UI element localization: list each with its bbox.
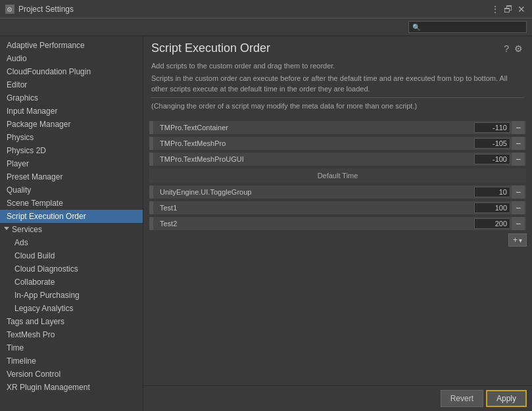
remove-test1-button[interactable]: −: [512, 201, 525, 214]
drag-handle-test2[interactable]: [149, 217, 153, 230]
svg-text:⚙: ⚙: [7, 6, 12, 13]
info-divider: [151, 97, 524, 98]
drag-handle-tmpro-textcontainer[interactable]: [149, 121, 153, 134]
sidebar-item-services-label: Services: [12, 225, 42, 234]
script-name-tmpro-textmeshpro: TMPro.TextMeshPro: [156, 139, 474, 147]
script-value-tmpro-textmeshpro[interactable]: [474, 138, 510, 149]
script-row-test1: Test1 −: [149, 201, 527, 215]
script-value-tmpro-textcontainer[interactable]: [474, 122, 510, 133]
remove-tmpro-textmeshpro-button[interactable]: −: [512, 137, 525, 150]
sidebar-item-timeline[interactable]: Timeline: [0, 354, 143, 368]
add-icon: +: [513, 235, 518, 245]
title-bar-title: Project Settings: [18, 5, 74, 14]
panel-footer: Revert Apply: [143, 385, 532, 411]
remove-test2-button[interactable]: −: [512, 217, 525, 230]
sidebar-item-cloudfoundation[interactable]: CloudFoundation Plugin: [0, 65, 143, 78]
close-button[interactable]: ✕: [516, 4, 527, 14]
script-row-tmpro-textcontainer: TMPro.TextContainer −: [149, 120, 527, 135]
sidebar-item-input-manager[interactable]: Input Manager: [0, 105, 143, 118]
default-time-label: Default Time: [318, 172, 358, 180]
script-value-test1[interactable]: [474, 203, 510, 213]
search-icon: 🔍: [412, 24, 420, 31]
script-value-test2[interactable]: [474, 218, 510, 229]
sidebar-item-collaborate[interactable]: Collaborate: [0, 276, 143, 289]
panel-header: Script Execution Order ? ⚙: [143, 36, 532, 58]
sidebar-item-cloud-diagnostics[interactable]: Cloud Diagnostics: [0, 262, 143, 276]
drag-handle-tmpro-textmeshpro[interactable]: [149, 137, 153, 150]
help-icon-button[interactable]: ?: [502, 42, 510, 55]
sidebar-item-adaptive-performance[interactable]: Adaptive Performance: [0, 39, 143, 52]
script-name-test1: Test1: [156, 204, 474, 212]
sidebar-item-textmesh-pro[interactable]: TextMesh Pro: [0, 328, 143, 341]
add-script-row: + ▾: [149, 233, 527, 247]
sidebar-item-player[interactable]: Player: [0, 157, 143, 170]
script-row-tmpro-textmeshprougui: TMPro.TextMeshProUGUI −: [149, 152, 527, 166]
search-wrap: 🔍: [408, 21, 527, 33]
drag-handle-togglegroup[interactable]: [149, 185, 153, 199]
script-name-togglegroup: UnityEngine.UI.ToggleGroup: [156, 188, 474, 196]
script-row-togglegroup: UnityEngine.UI.ToggleGroup −: [149, 185, 527, 199]
title-bar: ⚙ Project Settings ⋮ 🗗 ✕: [0, 0, 532, 18]
script-row-tmpro-textmeshpro: TMPro.TextMeshPro −: [149, 136, 527, 151]
right-panel: Script Execution Order ? ⚙ Add scripts t…: [143, 36, 532, 411]
scripts-area: TMPro.TextContainer − TMPro.TextMeshPro …: [143, 118, 532, 385]
script-value-tmpro-textmeshprougui[interactable]: [474, 154, 510, 164]
sidebar-item-legacy-analytics[interactable]: Legacy Analytics: [0, 302, 143, 315]
sidebar-item-physics[interactable]: Physics: [0, 131, 143, 144]
script-name-tmpro-textcontainer: TMPro.TextContainer: [156, 124, 474, 132]
revert-button[interactable]: Revert: [441, 390, 483, 407]
sidebar-item-tags-and-layers[interactable]: Tags and Layers: [0, 315, 143, 328]
sidebar-item-inapp-purchasing[interactable]: In-App Purchasing: [0, 289, 143, 302]
sidebar-item-audio[interactable]: Audio: [0, 52, 143, 65]
script-value-togglegroup[interactable]: [474, 187, 510, 197]
script-name-tmpro-textmeshprougui: TMPro.TextMeshProUGUI: [156, 155, 474, 163]
drag-handle-test1[interactable]: [149, 201, 153, 214]
remove-tmpro-textcontainer-button[interactable]: −: [512, 121, 525, 134]
search-input[interactable]: [408, 21, 527, 33]
apply-button[interactable]: Apply: [486, 390, 527, 407]
maximize-button[interactable]: 🗗: [503, 4, 514, 14]
drag-handle-tmpro-textmeshprougui[interactable]: [149, 153, 153, 166]
sidebar-item-script-execution-order[interactable]: Script Execution Order: [0, 210, 143, 223]
sidebar: Adaptive Performance Audio CloudFoundati…: [0, 36, 143, 411]
sidebar-item-version-control[interactable]: Version Control: [0, 368, 143, 381]
panel-title: Script Execution Order: [151, 41, 270, 55]
sidebar-item-time[interactable]: Time: [0, 341, 143, 354]
sidebar-item-graphics[interactable]: Graphics: [0, 91, 143, 105]
sidebar-item-services[interactable]: Services: [0, 223, 143, 236]
sidebar-item-cloud-build[interactable]: Cloud Build: [0, 249, 143, 262]
sidebar-item-quality[interactable]: Quality: [0, 183, 143, 197]
info-line2: Scripts in the custom order can execute …: [151, 73, 524, 95]
default-time-row: Default Time: [149, 168, 527, 183]
main-content: Adaptive Performance Audio CloudFoundati…: [0, 36, 532, 411]
settings-icon-button[interactable]: ⚙: [513, 42, 524, 55]
sidebar-item-preset-manager[interactable]: Preset Manager: [0, 170, 143, 183]
app-icon: ⚙: [5, 5, 14, 14]
sidebar-item-editor[interactable]: Editor: [0, 78, 143, 91]
title-bar-controls: ⋮ 🗗 ✕: [490, 4, 527, 14]
services-triangle: [4, 227, 9, 233]
info-line1: Add scripts to the custom order and drag…: [151, 60, 524, 72]
script-name-test2: Test2: [156, 220, 474, 228]
panel-icons: ? ⚙: [502, 42, 524, 55]
search-bar: 🔍: [0, 18, 532, 36]
panel-info: Add scripts to the custom order and drag…: [143, 58, 532, 118]
remove-tmpro-textmeshprougui-button[interactable]: −: [512, 153, 525, 166]
sidebar-item-xr-plugin-management[interactable]: XR Plugin Management: [0, 381, 143, 394]
sidebar-item-physics-2d[interactable]: Physics 2D: [0, 144, 143, 157]
script-row-test2: Test2 −: [149, 216, 527, 231]
add-chevron-icon: ▾: [519, 237, 522, 244]
add-script-button[interactable]: + ▾: [508, 233, 527, 247]
sidebar-item-package-manager[interactable]: Package Manager: [0, 118, 143, 131]
remove-togglegroup-button[interactable]: −: [512, 185, 525, 199]
sidebar-item-scene-template[interactable]: Scene Template: [0, 197, 143, 210]
info-line3: (Changing the order of a script may modi…: [151, 101, 524, 112]
app-container: 🔍 Adaptive Performance Audio CloudFounda…: [0, 18, 532, 411]
menu-button[interactable]: ⋮: [490, 4, 500, 14]
sidebar-item-ads[interactable]: Ads: [0, 236, 143, 249]
